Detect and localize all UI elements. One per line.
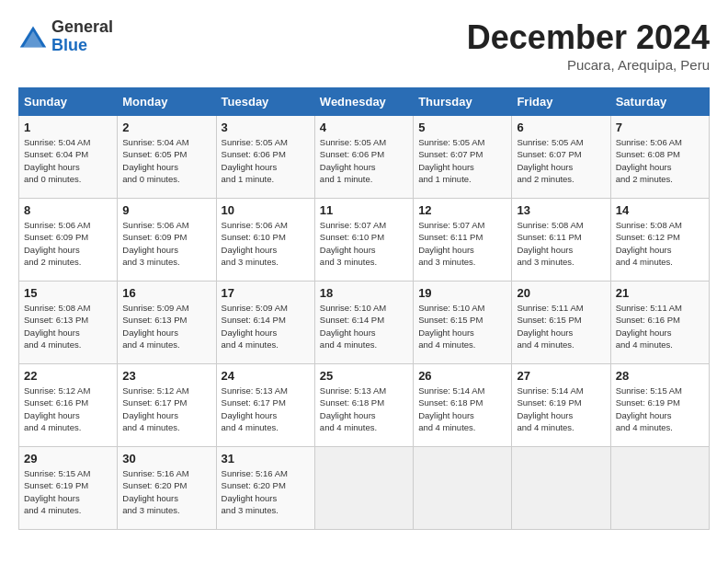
day-info: Sunrise: 5:14 AM Sunset: 6:18 PM Dayligh… [418, 385, 506, 433]
day-number: 12 [418, 203, 506, 217]
table-row: 5 Sunrise: 5:05 AM Sunset: 6:07 PM Dayli… [414, 116, 512, 199]
day-number: 19 [418, 286, 506, 300]
day-number: 10 [222, 203, 310, 217]
day-info: Sunrise: 5:10 AM Sunset: 6:14 PM Dayligh… [320, 302, 408, 350]
title-block: December 2024 Pucara, Arequipa, Peru [467, 18, 710, 73]
day-number: 3 [222, 121, 310, 134]
day-info: Sunrise: 5:14 AM Sunset: 6:19 PM Dayligh… [517, 385, 605, 433]
col-sunday: Sunday [19, 88, 118, 116]
col-saturday: Saturday [610, 88, 709, 116]
table-row: 24 Sunrise: 5:13 AM Sunset: 6:17 PM Dayl… [216, 364, 314, 447]
day-info: Sunrise: 5:07 AM Sunset: 6:11 PM Dayligh… [418, 219, 506, 268]
calendar-week-row: 15 Sunrise: 5:08 AM Sunset: 6:13 PM Dayl… [19, 282, 710, 364]
table-row: 27 Sunrise: 5:14 AM Sunset: 6:19 PM Dayl… [512, 364, 610, 447]
day-info: Sunrise: 5:07 AM Sunset: 6:10 PM Dayligh… [320, 219, 408, 268]
day-info: Sunrise: 5:11 AM Sunset: 6:15 PM Dayligh… [517, 302, 605, 350]
day-info: Sunrise: 5:06 AM Sunset: 6:09 PM Dayligh… [122, 219, 210, 268]
table-row [610, 447, 709, 530]
day-number: 18 [320, 286, 408, 300]
table-row: 26 Sunrise: 5:14 AM Sunset: 6:18 PM Dayl… [414, 364, 512, 447]
day-info: Sunrise: 5:09 AM Sunset: 6:14 PM Dayligh… [222, 302, 310, 350]
table-row: 12 Sunrise: 5:07 AM Sunset: 6:11 PM Dayl… [414, 199, 512, 282]
logo-blue-text: Blue [51, 36, 87, 54]
day-info: Sunrise: 5:16 AM Sunset: 6:20 PM Dayligh… [122, 467, 210, 516]
table-row: 22 Sunrise: 5:12 AM Sunset: 6:16 PM Dayl… [19, 364, 118, 447]
table-row: 18 Sunrise: 5:10 AM Sunset: 6:14 PM Dayl… [314, 282, 413, 364]
day-number: 15 [24, 286, 112, 300]
table-row: 29 Sunrise: 5:15 AM Sunset: 6:19 PM Dayl… [19, 447, 118, 530]
col-monday: Monday [118, 88, 216, 116]
table-row [414, 447, 512, 530]
calendar-table: Sunday Monday Tuesday Wednesday Thursday… [18, 87, 710, 530]
table-row: 25 Sunrise: 5:13 AM Sunset: 6:18 PM Dayl… [314, 364, 413, 447]
table-row: 16 Sunrise: 5:09 AM Sunset: 6:13 PM Dayl… [118, 282, 216, 364]
day-info: Sunrise: 5:13 AM Sunset: 6:17 PM Dayligh… [222, 385, 310, 433]
table-row: 30 Sunrise: 5:16 AM Sunset: 6:20 PM Dayl… [118, 447, 216, 530]
table-row: 21 Sunrise: 5:11 AM Sunset: 6:16 PM Dayl… [610, 282, 709, 364]
col-friday: Friday [512, 88, 610, 116]
day-number: 13 [517, 203, 605, 217]
col-wednesday: Wednesday [314, 88, 413, 116]
table-row: 4 Sunrise: 5:05 AM Sunset: 6:06 PM Dayli… [314, 116, 413, 199]
day-number: 17 [222, 286, 310, 300]
day-info: Sunrise: 5:05 AM Sunset: 6:06 PM Dayligh… [222, 136, 310, 185]
table-row: 13 Sunrise: 5:08 AM Sunset: 6:11 PM Dayl… [512, 199, 610, 282]
table-row: 14 Sunrise: 5:08 AM Sunset: 6:12 PM Dayl… [610, 199, 709, 282]
logo-general-text: General [51, 17, 113, 36]
day-number: 21 [616, 286, 704, 300]
day-number: 8 [24, 203, 112, 217]
calendar-week-row: 29 Sunrise: 5:15 AM Sunset: 6:19 PM Dayl… [19, 447, 710, 530]
day-info: Sunrise: 5:05 AM Sunset: 6:06 PM Dayligh… [320, 136, 408, 185]
logo: General Blue [18, 18, 113, 55]
table-row: 15 Sunrise: 5:08 AM Sunset: 6:13 PM Dayl… [19, 282, 118, 364]
table-row: 9 Sunrise: 5:06 AM Sunset: 6:09 PM Dayli… [118, 199, 216, 282]
day-info: Sunrise: 5:04 AM Sunset: 6:05 PM Dayligh… [122, 136, 210, 185]
table-row: 20 Sunrise: 5:11 AM Sunset: 6:15 PM Dayl… [512, 282, 610, 364]
day-number: 20 [517, 286, 605, 300]
day-number: 27 [517, 369, 605, 383]
day-number: 2 [122, 121, 210, 134]
day-number: 22 [24, 369, 112, 383]
day-number: 23 [122, 369, 210, 383]
day-number: 7 [616, 121, 704, 134]
day-number: 28 [616, 369, 704, 383]
table-row [314, 447, 413, 530]
day-number: 9 [122, 203, 210, 217]
day-info: Sunrise: 5:11 AM Sunset: 6:16 PM Dayligh… [616, 302, 704, 350]
day-info: Sunrise: 5:12 AM Sunset: 6:17 PM Dayligh… [122, 385, 210, 433]
day-number: 29 [24, 452, 112, 465]
day-number: 16 [122, 286, 210, 300]
day-number: 25 [320, 369, 408, 383]
day-info: Sunrise: 5:06 AM Sunset: 6:10 PM Dayligh… [222, 219, 310, 268]
table-row: 2 Sunrise: 5:04 AM Sunset: 6:05 PM Dayli… [118, 116, 216, 199]
day-number: 14 [616, 203, 704, 217]
day-number: 24 [222, 369, 310, 383]
col-tuesday: Tuesday [216, 88, 314, 116]
day-info: Sunrise: 5:12 AM Sunset: 6:16 PM Dayligh… [24, 385, 112, 433]
page-header: General Blue December 2024 Pucara, Arequ… [18, 18, 710, 73]
day-number: 11 [320, 203, 408, 217]
day-number: 31 [222, 452, 310, 465]
day-number: 1 [24, 121, 112, 134]
day-info: Sunrise: 5:09 AM Sunset: 6:13 PM Dayligh… [122, 302, 210, 350]
calendar-week-row: 22 Sunrise: 5:12 AM Sunset: 6:16 PM Dayl… [19, 364, 710, 447]
calendar-week-row: 8 Sunrise: 5:06 AM Sunset: 6:09 PM Dayli… [19, 199, 710, 282]
day-info: Sunrise: 5:05 AM Sunset: 6:07 PM Dayligh… [418, 136, 506, 185]
day-number: 5 [418, 121, 506, 134]
table-row: 17 Sunrise: 5:09 AM Sunset: 6:14 PM Dayl… [216, 282, 314, 364]
day-number: 4 [320, 121, 408, 134]
table-row: 3 Sunrise: 5:05 AM Sunset: 6:06 PM Dayli… [216, 116, 314, 199]
day-number: 30 [122, 452, 210, 465]
location: Pucara, Arequipa, Peru [467, 57, 710, 73]
header-row: Sunday Monday Tuesday Wednesday Thursday… [19, 88, 710, 116]
day-number: 26 [418, 369, 506, 383]
day-info: Sunrise: 5:13 AM Sunset: 6:18 PM Dayligh… [320, 385, 408, 433]
day-info: Sunrise: 5:06 AM Sunset: 6:08 PM Dayligh… [616, 136, 704, 185]
day-info: Sunrise: 5:15 AM Sunset: 6:19 PM Dayligh… [616, 385, 704, 433]
table-row: 28 Sunrise: 5:15 AM Sunset: 6:19 PM Dayl… [610, 364, 709, 447]
logo-icon [18, 24, 48, 50]
table-row: 10 Sunrise: 5:06 AM Sunset: 6:10 PM Dayl… [216, 199, 314, 282]
day-info: Sunrise: 5:04 AM Sunset: 6:04 PM Dayligh… [24, 136, 112, 185]
table-row [512, 447, 610, 530]
table-row: 8 Sunrise: 5:06 AM Sunset: 6:09 PM Dayli… [19, 199, 118, 282]
